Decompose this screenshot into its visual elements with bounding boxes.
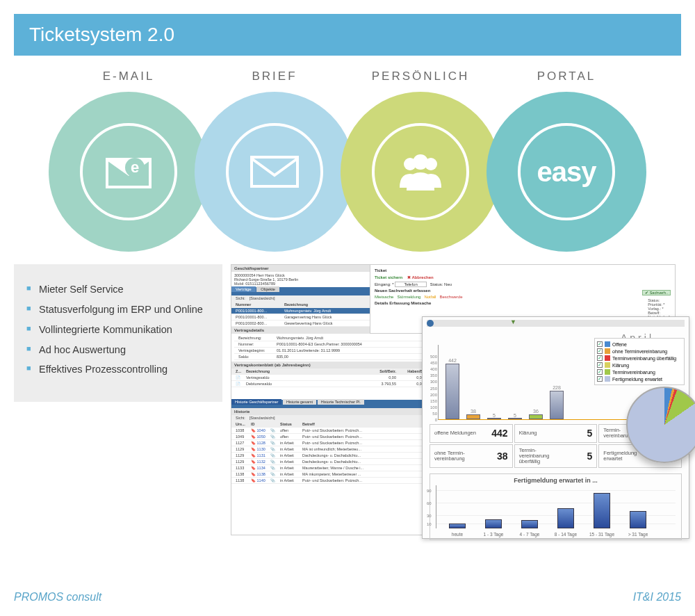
feature-item: Effektives Prozesscontrolling (26, 359, 210, 380)
personal-circle (341, 92, 500, 252)
svg-point-6 (413, 154, 428, 170)
email-circle: e (49, 92, 208, 252)
channel-brief: BRIEF (202, 70, 348, 252)
legend-item[interactable]: ✓Fertigmeldung erwartet (597, 375, 682, 382)
kpi-tile: offene Meldungen442 (430, 424, 513, 443)
footer-right: IT&I 2015 (633, 591, 681, 603)
legend-item[interactable]: ✓Offene (597, 341, 682, 348)
channel-email: E-MAIL e (56, 70, 202, 252)
kpi-tile: Klärung5 (514, 424, 598, 443)
footer-left: PROMOS consult (14, 591, 101, 603)
channel-label: PERSÖNLICH (372, 70, 470, 83)
envelope-icon (250, 154, 299, 189)
type-stoer[interactable]: Störmeldung (397, 295, 420, 299)
chart2-panel: Fertigmeldung erwartet in ... 10306090he… (430, 473, 682, 540)
history-row[interactable]: 1049🔖 1050📎offenPutz- und Stuckarbeiten:… (231, 434, 442, 440)
page-title: Ticketsystem 2.0 (29, 24, 174, 45)
type-beschwerde[interactable]: Beschwerde (439, 295, 462, 299)
history-row[interactable]: 1133🔖 1134📎in ArbeitMaurerarbeiten; Wann… (231, 465, 442, 471)
legend-item[interactable]: ✓Terminvereinbarung (597, 368, 682, 375)
hist-title: Historie (231, 408, 442, 415)
legend-item[interactable]: ✓Terminvereinbarung überfällig (597, 355, 682, 362)
history-row[interactable]: 1129🔖 1131📎in ArbeitDachdeckungs- u. Dac… (231, 453, 442, 459)
screenshot-area: Geschäftspartner 3000000054 Herr Hans Gl… (231, 264, 681, 402)
channel-label: E-MAIL (103, 70, 155, 83)
portal-circle: easy (486, 92, 646, 252)
pie-chart (626, 387, 695, 463)
history-row[interactable]: 1129🔖 1130📎in ArbeitMA ist unfreundlich;… (231, 446, 442, 453)
type-mietsache[interactable]: Mietsache (375, 295, 393, 299)
feature-list: Mieter Self Service Statusverfolgung im … (14, 264, 222, 402)
channel-personal: PERSÖNLICH (348, 70, 493, 252)
hist-tab-gp[interactable]: Historie Geschäftspartner (231, 399, 281, 405)
feature-item: Ad hoc Auswertung (26, 340, 210, 360)
feature-item: Statusverfolgung im ERP und Online (26, 300, 210, 320)
svg-rect-3 (252, 157, 297, 186)
footer: PROMOS consult IT&I 2015 (14, 591, 681, 603)
tab-vertraege[interactable]: Verträge (231, 286, 256, 292)
kpi-tile: Termin-vereinbarungüberfällig5 (514, 444, 598, 469)
history-row[interactable]: 1138🔖 1140📎in ArbeitPutz- und Stuckarbei… (231, 478, 442, 484)
history-row[interactable]: 1129🔖 1132📎in ArbeitDachdeckungs- u. Dac… (231, 459, 442, 465)
kpi-tile: ohne Termin-vereinbarung38 (430, 444, 513, 469)
history-row[interactable]: 1138🔖 1138📎in ArbeitMA inkompetent; Miet… (231, 471, 442, 478)
eingang-select[interactable]: Telefon (395, 282, 426, 287)
legend-item[interactable]: ✓Klärung (597, 362, 682, 368)
hist-tab-tech[interactable]: Historie Technischer Pl. (318, 399, 364, 405)
channel-portal: PORTAL easy (493, 70, 639, 252)
ticket-panel-title: Ticket (375, 268, 671, 273)
channel-label: BRIEF (252, 70, 297, 83)
sachverhalt-button[interactable]: ✔ Sachverh.. (642, 290, 671, 295)
people-icon (393, 153, 448, 191)
slider-handle-icon[interactable]: ▼ (510, 318, 516, 325)
tab-objekte[interactable]: Objekte (256, 286, 279, 292)
dashboard-screenshot: ▼ April 050100150200250300350400450500 4… (422, 316, 689, 539)
type-notfall[interactable]: Notfall (424, 295, 436, 299)
sicht-select[interactable]: [Standardsicht] (247, 296, 277, 300)
chart-legend: ✓Offene✓ohne Terminvereinbarung✓Terminve… (594, 338, 685, 385)
feature-item: Vollintegrierte Kommunikation (26, 320, 210, 340)
channel-row: E-MAIL e BRIEF PERSÖNLICH PORTAL easy (14, 70, 681, 252)
title-bar: Ticketsystem 2.0 (14, 14, 681, 56)
save-button[interactable]: Ticket sichern (375, 275, 402, 279)
svg-text:e: e (131, 159, 139, 176)
play-icon[interactable] (427, 320, 434, 327)
cancel-button[interactable]: ✖ Abbrechen (407, 275, 434, 279)
email-e-icon: e (104, 154, 153, 190)
history-row[interactable]: 1038🔖 1040📎offenPutz- und Stuckarbeiten:… (231, 428, 442, 434)
legend-item[interactable]: ✓ohne Terminvereinbarung (597, 348, 682, 355)
chart2-title: Fertigmeldung erwartet in ... (436, 477, 676, 484)
feature-item: Mieter Self Service (26, 279, 210, 300)
fertigmeldung-bar-chart: 10306090heute1 - 3 Tage4 - 7 Tage8 - 14 … (436, 485, 676, 528)
channel-label: PORTAL (537, 70, 596, 83)
history-row[interactable]: 1127🔖 1128📎in ArbeitPutz- und Stuckarbei… (231, 440, 442, 446)
easy-icon: easy (537, 156, 596, 188)
hist-tab-bar: Historie Geschäftspartner Historie gesam… (231, 400, 442, 408)
hist-tab-gesamt[interactable]: Historie gesamt (283, 399, 316, 405)
brief-circle (195, 92, 354, 252)
konten-title: Vertragskontenblatt (ab Jahresbeginn) (231, 362, 442, 368)
